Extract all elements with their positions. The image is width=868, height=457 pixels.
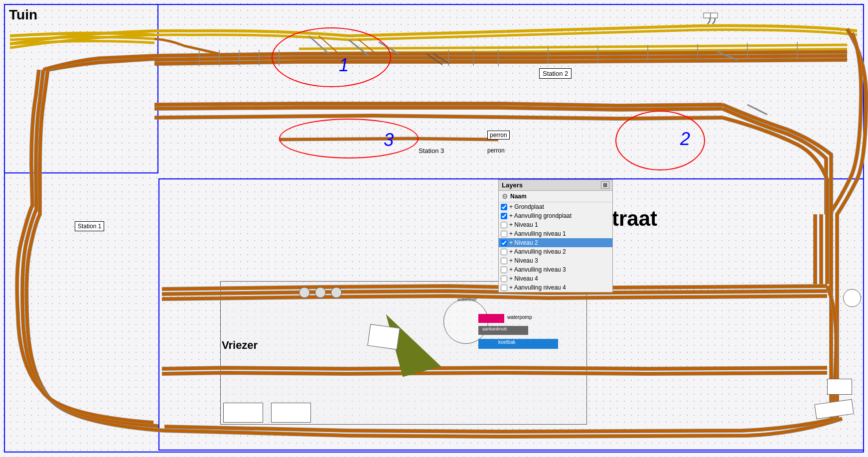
- layer-checkbox[interactable]: [501, 249, 507, 255]
- layer-label: + Niveau 4: [509, 275, 538, 282]
- layers-title-bar: Layers ⊠: [499, 180, 612, 191]
- layer-label: + Niveau 2: [509, 239, 538, 246]
- station2-label: Station 2: [539, 68, 572, 79]
- layer-row[interactable]: + Aanvulling niveau 3: [499, 265, 612, 274]
- pink-box: [478, 314, 504, 323]
- station3-label: Station 3: [419, 147, 444, 154]
- rect-bottom-1: [223, 403, 263, 423]
- perron1-label: perron: [487, 131, 510, 140]
- layer-label: + Aanvulling grondplaat: [509, 212, 572, 219]
- koelbox-blue: [478, 339, 558, 349]
- layer-row[interactable]: + Aanvulling niveau 1: [499, 229, 612, 238]
- layer-checkbox[interactable]: [501, 231, 507, 237]
- layer-checkbox[interactable]: [501, 276, 507, 282]
- layer-checkbox[interactable]: [501, 285, 507, 291]
- annotation-label-1: 1: [339, 55, 349, 76]
- white-diamond: [367, 324, 400, 350]
- layer-checkbox[interactable]: [501, 204, 507, 210]
- layer-row[interactable]: + Aanvulling grondplaat: [499, 211, 612, 220]
- koelbox-label: koelbak: [498, 339, 515, 345]
- layer-label: + Aanvulling niveau 3: [509, 266, 566, 273]
- layers-header: ⚙ Naam: [499, 191, 612, 202]
- layers-close-button[interactable]: ⊠: [601, 181, 609, 189]
- rect-right-1: [827, 379, 852, 395]
- layer-label: + Grondplaat: [509, 203, 544, 210]
- layer-label: + Niveau 1: [509, 221, 538, 228]
- layer-label: + Aanvulling niveau 2: [509, 248, 566, 255]
- layers-list: + Grondplaat+ Aanvulling grondplaat+ Niv…: [499, 202, 612, 292]
- layer-checkbox[interactable]: [501, 213, 507, 219]
- layer-label: + Aanvulling niveau 4: [509, 284, 566, 291]
- layers-col-naam: Naam: [510, 193, 527, 200]
- layers-title: Layers: [502, 181, 523, 189]
- annotation-label-3: 3: [384, 130, 394, 151]
- annotation-circle-3: [279, 119, 419, 158]
- layer-row[interactable]: + Aanvulling niveau 2: [499, 247, 612, 256]
- station1-label: Station 1: [75, 221, 104, 231]
- perron2-label: perron: [487, 147, 505, 154]
- waterliner-label: waterliner: [457, 297, 477, 302]
- layers-panel: Layers ⊠ ⚙ Naam + Grondplaat+ Aanvulling…: [498, 179, 613, 293]
- layer-checkbox[interactable]: [501, 258, 507, 264]
- layer-row[interactable]: + Aanvulling niveau 4: [499, 283, 612, 292]
- annotation-label-2: 2: [680, 129, 690, 150]
- circle-right: [843, 289, 861, 307]
- circle-a: [299, 287, 310, 298]
- tuin-border: [4, 4, 158, 173]
- layer-row[interactable]: + Niveau 2: [499, 238, 612, 247]
- layers-gear-icon[interactable]: ⚙: [502, 192, 508, 200]
- waterpomp-label: waterpomp: [507, 314, 532, 320]
- layer-row[interactable]: + Niveau 3: [499, 256, 612, 265]
- layer-label: + Niveau 3: [509, 257, 538, 264]
- aankan-label: aankanknutt: [482, 326, 507, 331]
- layer-checkbox[interactable]: [501, 240, 507, 246]
- layer-checkbox[interactable]: [501, 222, 507, 228]
- tuin-label: Tuin: [9, 7, 37, 23]
- layer-row[interactable]: + Niveau 4: [499, 274, 612, 283]
- annotation-circle-1: [272, 27, 391, 87]
- layer-row[interactable]: + Niveau 1: [499, 220, 612, 229]
- vriezer-label: Vriezer: [222, 339, 258, 352]
- circle-b: [315, 287, 326, 298]
- layer-checkbox[interactable]: [501, 267, 507, 273]
- annotation-circle-2: [615, 111, 705, 170]
- main-canvas: Tuin Station 2 Station 3 perron perron S…: [0, 0, 868, 457]
- layer-row[interactable]: + Grondplaat: [499, 202, 612, 211]
- circle-c: [331, 287, 342, 298]
- rect-bottom-2: [271, 403, 311, 423]
- layer-label: + Aanvulling niveau 1: [509, 230, 566, 237]
- small-circles: [299, 287, 342, 298]
